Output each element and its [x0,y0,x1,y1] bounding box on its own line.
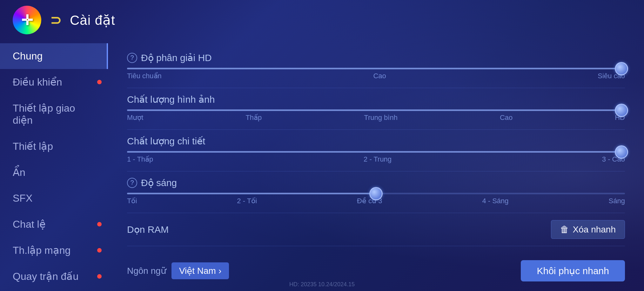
slider-label-5: Sáng [609,197,625,205]
setting-hd-resolution: ? Độ phân giải HD Tiêu chuẩn Cao Siêu ca… [127,46,625,88]
sidebar-item-label: Th.lập mạng [13,244,70,256]
slider-thumb[interactable] [615,145,628,159]
setting-label-image: Chất lượng hình ảnh [127,94,625,105]
help-icon-brightness[interactable]: ? [127,178,137,188]
sidebar-item-label: SFX [13,192,32,204]
slider-label-4: 4 - Sáng [482,197,508,205]
ram-label: Dọn RAM [127,224,169,235]
sidebar-item-label: Thiết lập giao diện [13,102,95,126]
slider-thumb[interactable] [369,187,383,200]
slider-labels: Tiêu chuẩn Cao Siêu cao [127,72,625,80]
sidebar: Chung Điều khiển Thiết lập giao diện Thi… [0,40,108,291]
help-icon-hd[interactable]: ? [127,53,137,63]
image-quality-slider[interactable]: Mượt Thấp Trung bình Cao HD [127,109,625,122]
logo: ✛ [13,6,41,34]
xoa-nhanh-label: Xóa nhanh [573,225,616,235]
settings-content: ? Độ phân giải HD Tiêu chuẩn Cao Siêu ca… [108,40,644,291]
setting-detail-quality: Chất lượng chi tiết 1 - Thấp 2 - Trung 3… [127,130,625,171]
back-arrow-icon: ⊃ [50,12,61,28]
slider-label-2: Thấp [245,114,262,122]
brightness-slider[interactable]: Tối 2 - Tối Đề cử 3 4 - Sáng Sáng [127,193,625,205]
slider-fill [127,68,625,69]
sidebar-item-chat-le[interactable]: Chat lệ [0,211,108,237]
slider-fill [127,109,625,111]
slider-labels: 1 - Thấp 2 - Trung 3 - Cao [127,155,625,163]
setting-image-quality: Chất lượng hình ảnh Mượt Thấp Trung bình… [127,88,625,130]
setting-label-text: Chất lượng hình ảnh [127,94,215,105]
version-text: HD: 20235 10.24/2024.15 [289,281,355,288]
header: ✛ ⊃ Cài đặt [0,0,644,40]
sidebar-item-label: Chung [13,50,43,62]
setting-label-text: Độ sáng [141,177,177,188]
notification-dot [97,274,102,279]
sidebar-item-an[interactable]: Ẩn [0,159,108,185]
back-button[interactable]: ⊃ [48,12,64,28]
slider-track [127,151,625,153]
setting-label-detail: Chất lượng chi tiết [127,135,625,147]
notification-dot [97,80,102,84]
sidebar-item-th-lap-mang[interactable]: Th.lập mạng [0,237,108,263]
sidebar-item-quay-tran-dau[interactable]: Quay trận đấu [0,263,108,289]
slider-label-2: 2 - Trung [364,155,392,163]
slider-label-1: Tiêu chuẩn [127,72,162,80]
slider-track [127,109,625,111]
sidebar-item-label: Thiết lập [13,140,53,152]
slider-label-1: Tối [127,197,137,205]
notification-dot [97,222,102,226]
hd-slider[interactable]: Tiêu chuẩn Cao Siêu cao [127,68,625,80]
slider-labels: Mượt Thấp Trung bình Cao HD [127,114,625,122]
sidebar-item-label: Quay trận đấu [13,270,78,282]
language-label: Ngôn ngữ [127,266,166,276]
language-button[interactable]: Việt Nam › [171,262,229,279]
logo-cross-icon: ✛ [21,12,33,28]
sidebar-item-thiet-lap-giao-dien[interactable]: Thiết lập giao diện [0,95,108,133]
detail-quality-slider[interactable]: 1 - Thấp 2 - Trung 3 - Cao [127,151,625,163]
slider-track [127,193,625,194]
xoa-nhanh-button[interactable]: 🗑 Xóa nhanh [551,220,625,239]
slider-label-1: 1 - Thấp [127,155,153,163]
sidebar-item-sfx[interactable]: SFX [0,185,108,211]
main-container: Chung Điều khiển Thiết lập giao diện Thi… [0,40,644,291]
language-arrow-icon: › [218,266,221,276]
sidebar-item-label: Chat lệ [13,218,46,230]
slider-label-1: Mượt [127,114,143,122]
sidebar-item-dieu-khien[interactable]: Điều khiển [0,69,108,95]
ram-row: Dọn RAM 🗑 Xóa nhanh [127,213,625,246]
khoi-phuc-nhanh-button[interactable]: Khôi phục nhanh [521,260,625,281]
slider-label-4: Cao [500,114,513,122]
notification-dot [97,248,102,253]
setting-brightness: ? Độ sáng Tối 2 - Tối Đề cử 3 4 - Sáng S… [127,171,625,213]
sidebar-item-chung[interactable]: Chung [0,43,108,69]
sidebar-item-thiet-lap[interactable]: Thiết lập [0,133,108,159]
slider-label-3: Trung bình [364,114,398,122]
bottom-bar: Ngôn ngữ Việt Nam › Khôi phục nhanh [108,260,644,281]
setting-label-text: Chất lượng chi tiết [127,135,205,147]
sidebar-item-label: Ẩn [13,166,25,178]
sidebar-item-label: Điều khiển [13,76,62,88]
setting-label-text: Độ phân giải HD [141,52,212,63]
setting-label-hd: ? Độ phân giải HD [127,52,625,63]
slider-fill [127,193,376,194]
slider-thumb[interactable] [615,104,628,117]
slider-label-2: 2 - Tối [237,197,257,205]
slider-thumb[interactable] [615,62,628,75]
trash-icon: 🗑 [560,224,569,235]
language-section: Ngôn ngữ Việt Nam › [127,262,229,279]
page-title: Cài đặt [70,12,115,28]
slider-track [127,68,625,69]
language-value: Việt Nam [179,266,216,276]
slider-label-2: Cao [373,72,386,80]
slider-fill [127,151,625,153]
